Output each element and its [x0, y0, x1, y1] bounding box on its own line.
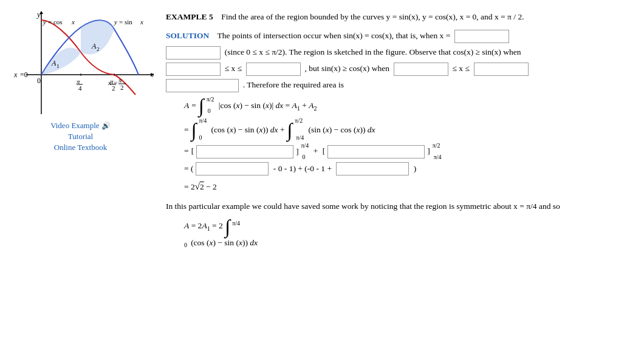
svg-text:2: 2: [112, 84, 115, 92]
bottom-A-expr: A: [184, 221, 189, 230]
video-example-link[interactable]: Video Example 🔊: [50, 121, 111, 131]
math-line-4: = ( - 0 - 1) + (-0 - 1 + ): [184, 162, 634, 176]
svg-text:4: 4: [78, 84, 82, 92]
svg-text:y: y: [43, 18, 46, 26]
final-line: = 2√2 − 2: [184, 179, 634, 195]
note-span: In this particular example we could have…: [166, 202, 560, 211]
online-textbook-link[interactable]: Online Textbook: [54, 143, 107, 152]
limit-label-2: π/2π/4: [433, 145, 442, 158]
answer-box-4[interactable]: [246, 63, 301, 76]
line2-p1: ≤ x ≤: [225, 64, 242, 73]
text-line-3: . Therefore the required area is: [166, 78, 634, 92]
final-result: = 2√2 − 2: [184, 179, 217, 195]
tutorial-link[interactable]: Tutorial: [68, 132, 93, 141]
integral-limits-1: π/20: [207, 99, 214, 112]
svg-text:x: x: [151, 70, 154, 79]
bottom-integral: A = 2A1 = 2 ∫ π/40 (cos (x) − sin (x)) d…: [184, 217, 634, 250]
svg-text:2: 2: [120, 84, 124, 91]
svg-text:y: y: [36, 11, 41, 19]
eq-sign-4: = (: [184, 162, 193, 176]
solution-label: SOLUTION: [166, 31, 209, 40]
svg-text:2: 2: [97, 46, 100, 52]
plus-sign: +: [311, 144, 320, 158]
limits-2: π/40: [199, 118, 207, 142]
line2-p2: , but sin(x) ≥ cos(x) when: [305, 64, 389, 73]
math-A-expr: A: [184, 98, 189, 113]
answer-box-7[interactable]: [166, 79, 239, 92]
answer-box-3[interactable]: [166, 63, 221, 76]
text-line-2: ≤ x ≤ , but sin(x) ≥ cos(x) when ≤ x ≤: [166, 62, 634, 76]
svg-text:x: x: [71, 18, 75, 26]
svg-text:=0: =0: [20, 70, 28, 79]
svg-text:= sin: = sin: [119, 18, 132, 26]
big-integral-3: ∫: [287, 120, 293, 140]
limits-3: π/2π/4: [295, 118, 304, 142]
big-integral-4: ∫: [225, 216, 230, 237]
example-text: Find the area of the region bounded by t…: [221, 12, 524, 21]
solution-line: SOLUTION The points of intersection occu…: [166, 29, 634, 43]
integrand-2: (cos (x) − sin (x)) dx +: [209, 123, 284, 137]
svg-text:1: 1: [57, 63, 60, 69]
text-line-1: (since 0 ≤ x ≤ π/2). The region is sketc…: [166, 46, 634, 60]
math-line-A: A = ∫ π/20 |cos (x) − sin (x)| dx = A1 +…: [184, 96, 634, 115]
big-integral-1: ∫: [199, 96, 204, 115]
answer-box-8[interactable]: [196, 145, 293, 158]
svg-text:= cos: = cos: [48, 18, 63, 26]
note-text: In this particular example we could have…: [166, 200, 634, 213]
open-bracket-1: [: [191, 144, 194, 158]
svg-text:π: π: [118, 77, 122, 84]
svg-text:A: A: [91, 42, 97, 50]
math-line-2: = ∫ π/40 (cos (x) − sin (x)) dx + ∫ π/2π…: [184, 118, 634, 142]
answer-box-5[interactable]: [394, 63, 448, 76]
math-line-3: = [ ] π/40 + [ ] π/2π/4: [184, 144, 634, 158]
answer-box-11[interactable]: [336, 162, 409, 175]
links-area: Video Example 🔊 Tutorial Online Textbook: [50, 121, 111, 152]
svg-text:x: x: [140, 18, 143, 26]
svg-text:y: y: [114, 18, 117, 26]
bottom-integrand: (cos (x) − sin (x)) dx: [189, 238, 258, 247]
solution-text: The points of intersection occur when si…: [218, 31, 451, 40]
example-label: EXAMPLE 5: [166, 12, 213, 21]
open-bracket-2: [: [323, 144, 326, 158]
left-panel: y x A 1 A 2: [0, 6, 161, 348]
eq-sign-2: =: [184, 123, 189, 137]
speaker-icon: 🔊: [101, 121, 111, 130]
close-paren: ): [411, 162, 416, 176]
right-panel: EXAMPLE 5 Find the area of the region bo…: [161, 6, 644, 348]
math-block: A = ∫ π/20 |cos (x) − sin (x)| dx = A1 +…: [184, 96, 634, 195]
close-bracket-1: ]: [296, 145, 298, 158]
eq-sign-3: =: [184, 144, 189, 158]
answer-box-2[interactable]: [166, 46, 221, 60]
line2-p3: ≤ x ≤: [452, 64, 469, 73]
svg-text:x: x: [13, 70, 18, 79]
math-equals-1: =: [191, 98, 196, 113]
answer-box-10[interactable]: [196, 162, 269, 175]
close-bracket-2: ]: [427, 144, 430, 158]
line3-text: . Therefore the required area is: [243, 80, 344, 89]
mid-expr: - 0 - 1) + (-0 - 1 +: [271, 162, 334, 176]
example-header: EXAMPLE 5 Find the area of the region bo…: [166, 11, 634, 23]
integrand-3: (sin (x) − cos (x)) dx: [306, 123, 375, 137]
svg-text:0: 0: [37, 77, 41, 85]
svg-text:A: A: [51, 59, 57, 67]
integrand-1: |cos (x) − sin (x)| dx = A1 + A2: [216, 98, 317, 113]
answer-box-6[interactable]: [474, 63, 529, 76]
solution-block: SOLUTION The points of intersection occu…: [166, 29, 634, 250]
line1-text: (since 0 ≤ x ≤ π/2). The region is sketc…: [225, 47, 521, 56]
video-icon: Video Example: [50, 121, 99, 130]
limit-label-1: π/40: [301, 145, 309, 158]
answer-box-1[interactable]: [454, 30, 509, 43]
graph-area: y x A 1 A 2: [8, 11, 154, 117]
big-integral-2: ∫: [191, 120, 197, 140]
answer-box-9[interactable]: [327, 145, 425, 158]
